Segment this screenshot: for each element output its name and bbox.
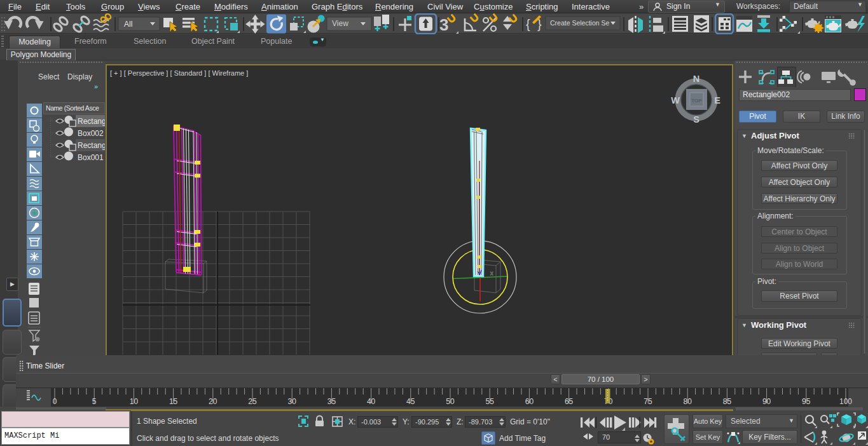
- svg-text:W: W: [671, 95, 680, 105]
- svg-text:[ + ] [ Perspective ] [ Standa: [ + ] [ Perspective ] [ Standard ] [ Wir…: [110, 69, 248, 77]
- svg-text:Create Selection Se: Create Selection Se: [550, 19, 610, 27]
- svg-text:Box001: Box001: [78, 153, 104, 162]
- svg-text:Rectang: Rectang: [78, 117, 105, 126]
- svg-text:Box002: Box002: [78, 129, 104, 138]
- svg-text:N: N: [693, 74, 699, 84]
- svg-text:{: {: [526, 17, 530, 31]
- svg-text:View: View: [332, 19, 348, 28]
- svg-text:TOP: TOP: [691, 98, 702, 104]
- svg-text:E: E: [714, 95, 720, 105]
- svg-text:x: x: [490, 270, 493, 276]
- svg-text:All: All: [124, 20, 132, 29]
- svg-text:Rectang: Rectang: [78, 141, 105, 150]
- svg-text:S: S: [693, 114, 699, 125]
